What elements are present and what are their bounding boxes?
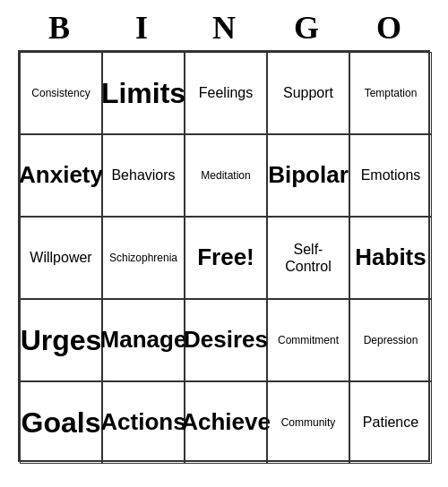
cell-r3-c0[interactable]: Urges xyxy=(20,299,102,381)
cell-r2-c3[interactable]: Self-Control xyxy=(267,217,349,299)
cell-text-r0-c2: Feelings xyxy=(199,84,253,101)
cell-r0-c1[interactable]: Limits xyxy=(102,52,185,134)
cell-r2-c0[interactable]: Willpower xyxy=(20,217,102,299)
cell-r4-c1[interactable]: Actions xyxy=(102,381,185,464)
cell-text-r3-c3: Commitment xyxy=(278,334,339,346)
cell-text-r3-c1: Manage xyxy=(100,326,187,354)
cell-r0-c4[interactable]: Temptation xyxy=(349,52,432,134)
cell-text-r3-c2: Desires xyxy=(184,326,268,354)
cell-text-r0-c4: Temptation xyxy=(365,87,418,99)
cell-r1-c2[interactable]: Meditation xyxy=(185,134,267,217)
cell-r0-c3[interactable]: Support xyxy=(267,52,349,134)
cell-r4-c3[interactable]: Community xyxy=(267,381,349,464)
bingo-header: BINGO xyxy=(18,9,430,47)
cell-text-r4-c3: Community xyxy=(281,416,336,429)
cell-r4-c0[interactable]: Goals xyxy=(20,381,102,464)
bingo-letter-i: I xyxy=(102,9,181,47)
cell-r3-c1[interactable]: Manage xyxy=(102,299,185,381)
cell-text-r4-c4: Patience xyxy=(363,414,418,431)
cell-r4-c4[interactable]: Patience xyxy=(349,381,432,464)
cell-text-r1-c4: Emotions xyxy=(361,167,421,184)
cell-r1-c4[interactable]: Emotions xyxy=(349,134,432,217)
cell-r0-c0[interactable]: Consistency xyxy=(20,52,102,134)
cell-r3-c3[interactable]: Commitment xyxy=(267,299,349,381)
cell-text-r2-c3: Self-Control xyxy=(271,241,345,275)
bingo-letter-b: B xyxy=(20,9,99,47)
cell-r3-c4[interactable]: Depression xyxy=(349,299,432,381)
bingo-letter-g: G xyxy=(267,9,346,47)
cell-r3-c2[interactable]: Desires xyxy=(185,299,267,381)
cell-r1-c3[interactable]: Bipolar xyxy=(267,134,349,217)
cell-text-r2-c1: Schizophrenia xyxy=(109,252,177,264)
cell-text-r4-c0: Goals xyxy=(22,406,101,440)
bingo-letter-o: O xyxy=(349,9,428,47)
cell-r1-c1[interactable]: Behaviors xyxy=(102,134,185,217)
cell-r0-c2[interactable]: Feelings xyxy=(185,52,267,134)
cell-text-r1-c2: Meditation xyxy=(201,169,250,182)
cell-text-r2-c4: Habits xyxy=(355,244,426,271)
cell-text-r1-c0: Anxiety xyxy=(19,161,103,189)
bingo-grid: ConsistencyLimitsFeelingsSupportTemptati… xyxy=(18,50,430,462)
cell-r2-c4[interactable]: Habits xyxy=(349,217,432,299)
cell-text-r3-c4: Depression xyxy=(364,334,418,346)
cell-text-r3-c0: Urges xyxy=(21,323,102,357)
cell-text-r2-c2: Free! xyxy=(197,244,254,271)
cell-r4-c2[interactable]: Achieve xyxy=(185,381,267,464)
cell-text-r1-c3: Bipolar xyxy=(268,161,349,189)
cell-r1-c0[interactable]: Anxiety xyxy=(20,134,102,217)
cell-text-r4-c1: Actions xyxy=(100,408,185,436)
cell-text-r0-c1: Limits xyxy=(101,76,185,110)
cell-r2-c1[interactable]: Schizophrenia xyxy=(102,217,185,299)
cell-r2-c2[interactable]: Free! xyxy=(185,217,267,299)
cell-text-r0-c3: Support xyxy=(283,84,333,101)
cell-text-r4-c2: Achieve xyxy=(181,408,271,436)
cell-text-r2-c0: Willpower xyxy=(30,249,91,266)
cell-text-r0-c0: Consistency xyxy=(31,87,90,99)
cell-text-r1-c1: Behaviors xyxy=(111,167,175,184)
bingo-letter-n: N xyxy=(185,9,263,47)
